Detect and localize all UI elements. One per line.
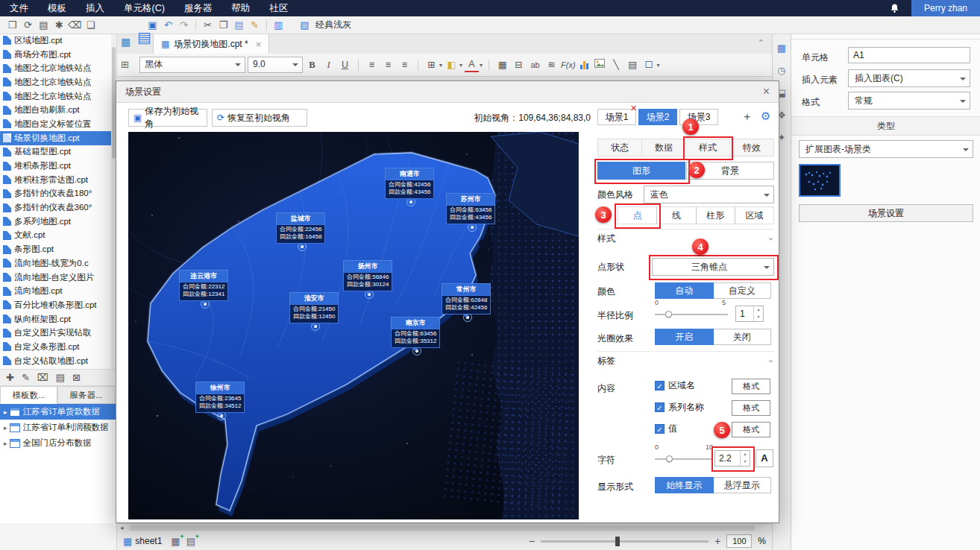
cell-ref-input[interactable]: A1: [848, 47, 970, 63]
file-item[interactable]: 商场分布图.cpt: [0, 48, 112, 62]
align-center-icon[interactable]: ≡: [381, 56, 395, 74]
close-tab-icon[interactable]: ×: [256, 39, 262, 50]
radius-spinner[interactable]: 1 ▲▼: [735, 306, 764, 322]
document-tab[interactable]: ▦ 场景切换地图.cpt * ×: [153, 34, 269, 54]
spinner-arrows-icon[interactable]: ▲▼: [753, 306, 763, 321]
align-left-icon[interactable]: ≡: [365, 56, 379, 74]
align-right-icon[interactable]: ≡: [398, 56, 412, 74]
menu-item-3[interactable]: 单元格(C): [114, 0, 175, 16]
sheet-tab[interactable]: sheet1: [135, 536, 162, 546]
file-item[interactable]: 流向地图-自定义图片: [0, 271, 112, 285]
grid-icon[interactable]: ⊞: [121, 59, 129, 70]
underline-button[interactable]: U: [338, 56, 352, 74]
caret-down-icon[interactable]: ▾: [480, 62, 483, 69]
unmerge-cells-icon[interactable]: ⊟: [512, 56, 526, 74]
menu-item-0[interactable]: 文件: [0, 0, 38, 16]
expand-icon[interactable]: ▸: [4, 424, 7, 432]
dialog-close-icon[interactable]: ×: [763, 85, 770, 98]
font-settings-button[interactable]: A: [756, 449, 773, 467]
undo-icon[interactable]: ↶: [160, 17, 176, 34]
menu-item-1[interactable]: 模板: [38, 0, 76, 16]
char-size-slider[interactable]: [655, 458, 713, 460]
formula-icon[interactable]: F(x): [561, 56, 576, 74]
save-initial-view-button[interactable]: ▣ 保存为初始视角: [128, 109, 207, 127]
expand-icon[interactable]: ▸: [4, 408, 7, 416]
menu-item-5[interactable]: 帮助: [222, 0, 260, 16]
refresh-icon[interactable]: ⟳: [20, 17, 36, 34]
graphic-button[interactable]: 图形: [597, 162, 685, 180]
more-insert-icon[interactable]: ☐: [642, 56, 656, 74]
font-family-select[interactable]: 黑体: [139, 57, 245, 73]
file-item[interactable]: 区域地图.cpt: [0, 34, 112, 48]
file-item[interactable]: 百分比堆积条形图.cpt: [0, 298, 112, 312]
delete-scene-icon[interactable]: ✕: [630, 104, 637, 113]
char-size-slider-handle[interactable]: [666, 455, 673, 462]
color-auto-button[interactable]: 自动: [655, 282, 714, 299]
collapse-toolbar-icon[interactable]: ⌃: [758, 38, 764, 48]
series-format-button[interactable]: 格式: [732, 400, 770, 416]
insert-element-select[interactable]: 插入图表(C): [848, 69, 970, 87]
cell-grid-icon[interactable]: ▦: [121, 36, 131, 48]
region-format-button[interactable]: 格式: [732, 379, 770, 394]
new-window-icon[interactable]: ❒: [4, 17, 20, 34]
file-item[interactable]: 多指针的仪表盘360°: [0, 200, 112, 215]
label-section-header[interactable]: 标签 ⌄: [597, 351, 774, 367]
tab-template-data[interactable]: 模板数...: [0, 386, 57, 404]
tab-effects[interactable]: 特效: [729, 139, 773, 156]
tab-status[interactable]: 状态: [598, 139, 641, 156]
zoom-out-button[interactable]: −: [529, 535, 535, 547]
fill-color-icon[interactable]: ◧: [445, 56, 459, 74]
insert-image-icon[interactable]: [593, 56, 607, 74]
horizontal-scrollbar[interactable]: [129, 525, 756, 531]
value-format-button[interactable]: 格式: [732, 422, 770, 437]
layout-icon[interactable]: ▤: [36, 17, 51, 34]
plugin-icon[interactable]: ✱: [51, 17, 67, 34]
file-item[interactable]: 多指针的仪表盘180°: [0, 187, 112, 201]
zoom-slider[interactable]: [541, 540, 709, 543]
clipboard-big-icon[interactable]: ▤: [137, 28, 151, 46]
delete-icon[interactable]: ⌫: [67, 17, 83, 34]
chart-type-select[interactable]: 扩展图表-场景类: [799, 140, 973, 158]
menu-item-4[interactable]: 服务器: [175, 0, 222, 16]
bold-button[interactable]: B: [305, 56, 319, 74]
file-item[interactable]: 自定义条形图.cpt: [0, 340, 112, 354]
file-item[interactable]: 地图之北京地铁站点: [0, 61, 112, 75]
insert-chart-icon[interactable]: [580, 60, 588, 69]
file-item[interactable]: 自定义钻取地图.cpt: [0, 354, 112, 368]
value-checkbox[interactable]: ✓ 值: [655, 423, 677, 435]
edit-file-icon[interactable]: ✎: [22, 372, 30, 383]
wrap-text-icon[interactable]: ab: [528, 56, 542, 74]
point-shape-select[interactable]: 三角锥点: [652, 258, 774, 276]
condition-attributes-icon[interactable]: ◷: [777, 65, 785, 76]
shape-area-button[interactable]: 区域: [735, 207, 773, 224]
file-item[interactable]: 地图之北京地铁站点: [0, 89, 112, 104]
file-item[interactable]: 场景切换地图.cpt: [0, 131, 112, 145]
color-style-select[interactable]: 蓝色: [644, 186, 774, 203]
file-item[interactable]: 文献.cpt: [0, 229, 112, 243]
font-color-icon[interactable]: A: [465, 57, 479, 72]
duplicate-icon[interactable]: ❏: [83, 17, 98, 34]
shape-point-button[interactable]: 点: [618, 207, 656, 224]
file-item[interactable]: 自定义图片实现钻取: [0, 326, 112, 340]
file-item[interactable]: 条形图.cpt: [0, 242, 112, 256]
caret-down-icon[interactable]: ▾: [657, 62, 660, 69]
map-preview-canvas[interactable]: 南通市合同金额:42456回款金额:43456盐城市合同金额:22456回款金额…: [128, 132, 579, 519]
zoom-value[interactable]: 100: [726, 534, 752, 548]
file-item[interactable]: 基础箱型图.cpt: [0, 145, 112, 159]
add-chart-sheet-button[interactable]: ▤+: [186, 536, 195, 547]
border-icon[interactable]: ⊞: [424, 56, 439, 74]
spinner-arrows-icon[interactable]: ▲▼: [740, 451, 750, 466]
widget-library-icon[interactable]: ▤: [626, 56, 640, 74]
cut-icon[interactable]: ✂: [200, 17, 216, 34]
close-file-icon[interactable]: ⊠: [72, 372, 81, 383]
file-item[interactable]: 流向地图.cpt: [0, 284, 112, 298]
paste-icon[interactable]: ▤: [231, 17, 247, 34]
file-item[interactable]: 堆积条形图.cpt: [0, 159, 112, 173]
redo-icon[interactable]: ↷: [176, 17, 192, 34]
file-item[interactable]: 地图之北京地铁站点: [0, 75, 112, 89]
file-item[interactable]: 地图自定义标签位置: [0, 117, 112, 131]
zoom-in-button[interactable]: +: [714, 535, 720, 547]
shape-column-button[interactable]: 柱形: [696, 207, 735, 224]
preview-file-icon[interactable]: ▤: [56, 372, 65, 383]
insert-shape-icon[interactable]: ╲: [609, 56, 624, 74]
